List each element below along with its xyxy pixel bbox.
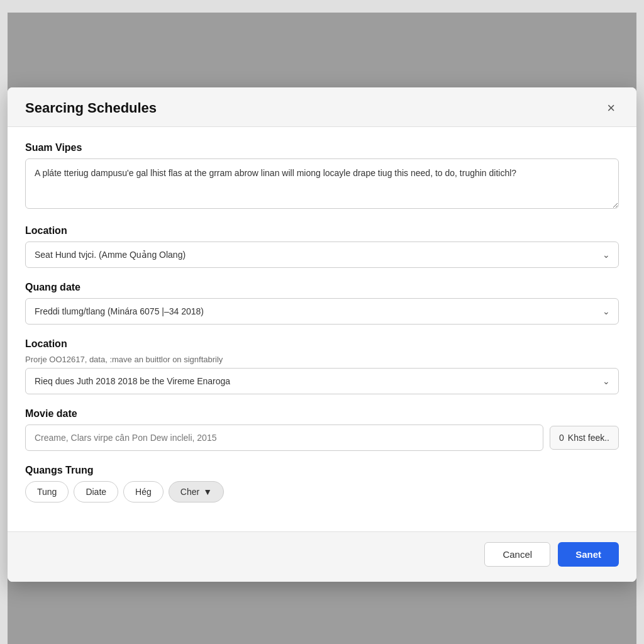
tags-row: Tung Diate Hég Cher ▼ [25, 481, 619, 502]
tag-button-diate[interactable]: Diate [74, 481, 118, 502]
location2-section: Location Prorje OO12617, data, :mave an … [25, 338, 619, 394]
close-button[interactable]: × [603, 100, 619, 116]
tag-label-tung: Tung [37, 487, 57, 497]
location1-select[interactable]: Seat Hund tvjci. (Amme Quảng Olang) [25, 242, 619, 268]
dialog-body: Suam Vipes A pláte tteriug dampusu'e gal… [8, 127, 636, 531]
quang-date-select-wrapper: Freddi tlumg/tlang (Minára 6075 |–34 201… [25, 298, 619, 325]
quang-date-select[interactable]: Freddi tlumg/tlang (Minára 6075 |–34 201… [25, 298, 619, 325]
tag-label-diate: Diate [86, 487, 106, 497]
movie-date-label: Movie date [25, 408, 619, 419]
sanet-button[interactable]: Sanet [558, 542, 619, 567]
suam-vipes-section: Suam Vipes A pláte tteriug dampusu'e gal… [25, 142, 619, 211]
movie-date-button-label: Khst feek.. [568, 433, 609, 443]
location2-select[interactable]: Rieq dues Juth 2018 2018 be the Vireme E… [25, 368, 619, 394]
tag-label-heg: Hég [135, 487, 152, 497]
movie-date-section: Movie date 0 Khst feek.. [25, 408, 619, 451]
location1-label: Location [25, 225, 619, 236]
quang-date-section: Quang date Freddi tlumg/tlang (Minára 60… [25, 282, 619, 325]
quangs-trung-section: Quangs Trung Tung Diate Hég Cher ▼ [25, 465, 619, 502]
tag-button-cher[interactable]: Cher ▼ [169, 481, 224, 502]
movie-date-input[interactable] [25, 425, 543, 451]
quangs-trung-label: Quangs Trung [25, 465, 619, 476]
movie-date-button-icon: 0 [559, 433, 564, 443]
suam-vipes-label: Suam Vipes [25, 142, 619, 153]
location2-label: Location [25, 338, 619, 350]
tag-button-tung[interactable]: Tung [25, 481, 69, 502]
quang-date-label: Quang date [25, 282, 619, 293]
movie-date-button[interactable]: 0 Khst feek.. [550, 426, 619, 450]
location1-select-wrapper: Seat Hund tvjci. (Amme Quảng Olang) ⌄ [25, 242, 619, 268]
tag-label-cher: Cher [180, 487, 199, 497]
location2-select-wrapper: Rieq dues Juth 2018 2018 be the Vireme E… [25, 368, 619, 394]
cher-chevron-icon: ▼ [203, 487, 212, 497]
tag-button-heg[interactable]: Hég [123, 481, 164, 502]
suam-vipes-textarea[interactable]: A pláte tteriug dampusu'e gal lhist flas… [25, 158, 619, 209]
location2-sublabel: Prorje OO12617, data, :mave an buittlor … [25, 355, 619, 364]
dialog-overlay: Searcing Schedules × Suam Vipes A pláte … [8, 13, 636, 644]
movie-date-row: 0 Khst feek.. [25, 425, 619, 451]
dialog: Searcing Schedules × Suam Vipes A pláte … [8, 87, 636, 582]
dialog-title: Searcing Schedules [25, 100, 157, 116]
dialog-header: Searcing Schedules × [8, 87, 636, 127]
cancel-button[interactable]: Cancel [484, 542, 550, 567]
dialog-footer: Cancel Sanet [8, 531, 636, 582]
location1-section: Location Seat Hund tvjci. (Amme Quảng Ol… [25, 225, 619, 268]
